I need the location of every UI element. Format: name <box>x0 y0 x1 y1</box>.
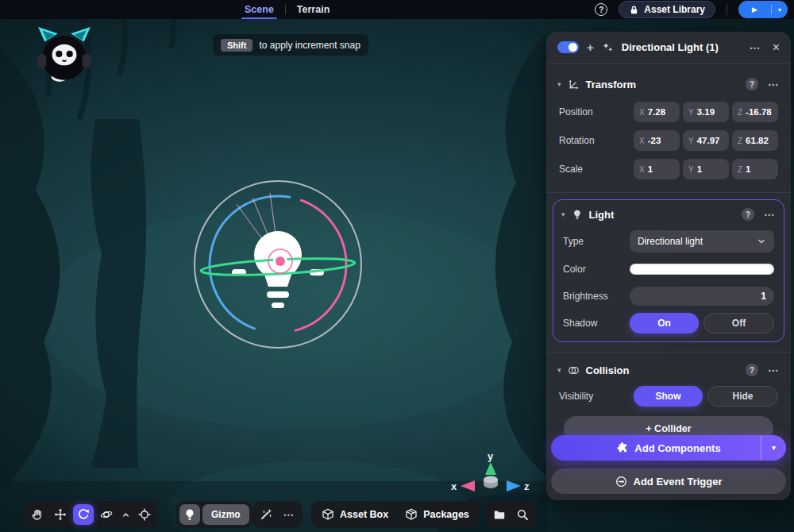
collision-help-button[interactable]: ? <box>746 364 758 376</box>
x-axis-label: x <box>451 480 457 492</box>
rotation-y-field[interactable]: Y 47.97 <box>683 130 729 151</box>
top-bar: Scene Terrain ? Asset Library ▶ <box>0 0 794 19</box>
avatar-headphone-right <box>83 54 91 67</box>
light-section-header[interactable]: ▾ Light ? ⋯ <box>553 205 784 224</box>
z-prefix: Z <box>738 137 742 145</box>
section-divider <box>546 352 791 353</box>
position-x-field[interactable]: X 7.28 <box>634 102 680 122</box>
rotation-x-field[interactable]: X -23 <box>634 130 680 151</box>
orbit-tool-button[interactable] <box>96 504 117 525</box>
chevron-up-icon <box>121 511 130 519</box>
z-axis-arrow[interactable] <box>507 480 521 492</box>
magic-wand-button[interactable] <box>256 504 276 525</box>
light-gizmo-button[interactable] <box>179 504 200 525</box>
folder-button[interactable] <box>489 504 510 525</box>
scale-z-field[interactable]: Z 1 <box>732 159 778 179</box>
rotation-z-field[interactable]: Z 61.82 <box>732 130 778 151</box>
x-axis-arrow[interactable] <box>461 480 475 492</box>
axis-hub-top <box>484 476 498 484</box>
add-event-trigger-button[interactable]: Add Event Trigger <box>551 468 786 494</box>
folder-icon <box>493 508 506 521</box>
asset-library-button[interactable]: Asset Library <box>619 1 715 18</box>
rotation-x-value: -23 <box>648 136 661 145</box>
collision-section-header[interactable]: ▾ Collision ? ⋯ <box>546 360 791 380</box>
packages-button[interactable]: Packages <box>398 504 476 525</box>
position-y-field[interactable]: Y 3.19 <box>683 102 729 122</box>
scale-x-value: 1 <box>648 164 653 174</box>
collision-icon <box>568 364 580 376</box>
tool-expand-button[interactable] <box>119 504 132 525</box>
collapse-chevron-icon[interactable]: ▾ <box>557 80 561 88</box>
color-label: Color <box>563 264 586 275</box>
arrow-circle-icon <box>615 476 627 488</box>
position-z-field[interactable]: Z -16.78 <box>732 102 778 122</box>
y-axis-arrow[interactable] <box>485 462 496 475</box>
panel-more-button[interactable]: ⋯ <box>750 42 761 53</box>
brightness-input[interactable]: 1 <box>630 287 774 306</box>
play-button[interactable]: ▶ ▾ <box>738 1 788 18</box>
asset-library-label: Asset Library <box>644 4 705 15</box>
asset-box-button[interactable]: Asset Box <box>314 504 395 525</box>
add-components-dropdown-chevron[interactable]: ▾ <box>761 435 786 461</box>
lock-icon <box>629 5 639 15</box>
tab-terrain[interactable]: Terrain <box>286 0 341 19</box>
y-prefix: Y <box>688 165 694 174</box>
light-color-swatch[interactable] <box>630 264 774 275</box>
visibility-show-button[interactable]: Show <box>634 386 703 407</box>
hand-icon <box>31 508 44 521</box>
rotate-tool-button[interactable] <box>73 504 94 525</box>
avatar-right-eye <box>67 51 73 57</box>
transform-section-header[interactable]: ▾ Transform ? ⋯ <box>546 75 791 94</box>
add-components-label: Add Components <box>634 442 720 454</box>
light-type-dropdown[interactable]: Directional light <box>630 230 774 253</box>
search-button[interactable] <box>512 504 533 525</box>
visibility-hide-button[interactable]: Hide <box>707 386 778 407</box>
toolbar-more-button[interactable]: ⋯ <box>279 504 299 525</box>
play-dropdown-chevron-icon[interactable]: ▾ <box>772 6 788 13</box>
light-bulb-icon <box>572 209 583 220</box>
avatar-left-eye <box>56 51 62 57</box>
transform-more-button[interactable]: ⋯ <box>768 79 780 90</box>
help-button[interactable]: ? <box>595 3 607 16</box>
brightness-label: Brightness <box>563 291 608 302</box>
gizmo-pink-arc[interactable] <box>295 200 346 330</box>
light-help-button[interactable]: ? <box>742 208 754 221</box>
gizmo-toolbar: Gizmo <box>176 501 252 528</box>
gizmo-mode-button[interactable]: Gizmo <box>202 504 249 525</box>
light-type-value: Directional light <box>638 236 703 247</box>
rotation-z-value: 61.82 <box>746 136 769 145</box>
scale-y-field[interactable]: Y 1 <box>683 159 729 179</box>
collision-more-button[interactable]: ⋯ <box>768 364 780 376</box>
collapse-chevron-icon[interactable]: ▾ <box>557 366 561 374</box>
help-icon: ? <box>599 6 603 14</box>
puzzle-icon <box>616 442 628 454</box>
shadow-off-button[interactable]: Off <box>703 313 774 333</box>
visibility-toggle[interactable] <box>557 41 579 53</box>
more-icon: ⋯ <box>283 509 295 520</box>
panel-close-button[interactable]: × <box>773 41 780 54</box>
mode-tabs: Scene Terrain <box>233 0 341 19</box>
axis-orientation-gizmo[interactable]: y x z <box>449 451 532 503</box>
directional-light-gizmo[interactable] <box>191 177 365 352</box>
move-icon <box>54 508 67 521</box>
transform-help-button[interactable]: ? <box>746 78 758 91</box>
move-tool-button[interactable] <box>50 504 71 525</box>
z-axis-label: z <box>524 480 530 492</box>
scale-x-field[interactable]: X 1 <box>634 159 680 179</box>
avatar[interactable] <box>35 25 94 84</box>
light-brightness-row: Brightness 1 <box>553 286 784 306</box>
snap-tool-button[interactable] <box>134 504 155 525</box>
scale-row: Scale X 1 Y 1 Z 1 <box>546 159 791 179</box>
editor-window: y x z Scene Terrain ? <box>0 0 794 532</box>
tab-scene[interactable]: Scene <box>233 0 285 19</box>
rotation-y-value: 47.97 <box>697 136 720 145</box>
add-components-button[interactable]: Add Components ▾ <box>551 435 786 461</box>
transform-title: Transform <box>586 79 637 91</box>
scale-label: Scale <box>559 164 583 175</box>
light-more-button[interactable]: ⋯ <box>764 209 776 220</box>
pan-tool-button[interactable] <box>27 504 48 525</box>
scale-z-value: 1 <box>746 164 750 174</box>
add-button[interactable]: + <box>587 41 594 53</box>
shadow-on-button[interactable]: On <box>630 313 699 333</box>
collapse-chevron-icon[interactable]: ▾ <box>561 210 565 218</box>
